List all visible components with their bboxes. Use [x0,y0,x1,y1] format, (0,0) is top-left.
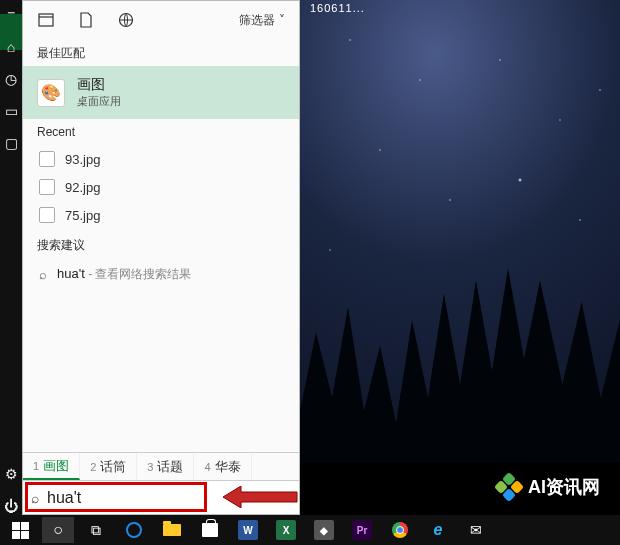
chrome-button[interactable] [384,517,416,543]
app-icon: ◆ [314,520,334,540]
search-icon: ○ [53,521,63,539]
recent-file-name: 92.jpg [65,180,100,195]
document-icon[interactable]: ▭ [2,102,20,120]
filter-label: 筛选器 [239,12,275,29]
store-icon [202,523,218,537]
candidate-number: 1 [33,460,39,472]
candidate-text: 华泰 [215,458,241,476]
apps-scope-icon[interactable] [37,11,55,29]
folder-icon[interactable]: ▢ [2,134,20,152]
taskbar-search-button[interactable]: ○ [42,517,74,543]
recent-file-item[interactable]: 93.jpg [23,145,299,173]
file-explorer-button[interactable] [156,517,188,543]
search-icon: ⌕ [39,267,47,282]
candidate-text: 话题 [157,458,183,476]
folder-icon [163,524,181,536]
wallpaper-timestamp: 160611... [310,2,365,14]
web-scope-icon[interactable] [117,11,135,29]
watermark-logo: AI资讯网 [496,474,600,500]
candidate-text: 话筒 [100,458,126,476]
recent-file-name: 75.jpg [65,208,100,223]
candidate-text: 画图 [43,457,69,475]
recent-file-item[interactable]: 92.jpg [23,173,299,201]
filter-dropdown[interactable]: 筛选器 ˅ [239,12,285,29]
excel-button[interactable]: X [270,517,302,543]
best-match-subtitle: 桌面应用 [77,94,121,109]
flower-icon [496,474,522,500]
edge-button[interactable] [118,517,150,543]
start-left-rail: ≡ ⌂ ◷ ▭ ▢ ⚙ ⏻ [0,0,22,515]
ime-candidate[interactable]: 2 话筒 [80,453,137,480]
search-icon: ⌕ [31,490,39,506]
candidate-number: 4 [204,461,210,473]
recent-file-item[interactable]: 75.jpg [23,201,299,229]
candidate-number: 2 [90,461,96,473]
documents-scope-icon[interactable] [77,11,95,29]
candidate-number: 3 [147,461,153,473]
image-file-icon [39,179,55,195]
paint-app-icon: 🎨 [37,79,65,107]
ime-candidate[interactable]: 3 话题 [137,453,194,480]
taskbar: ○ ⧉ W X ◆ Pr e ✉ [0,515,620,545]
taskview-icon: ⧉ [91,522,101,539]
clock-icon[interactable]: ◷ [2,70,20,88]
excel-icon: X [276,520,296,540]
chrome-icon [392,522,408,538]
start-button[interactable] [4,517,36,543]
suggest-list: ⌕ hua't - 查看网络搜索结果 [23,258,299,291]
ie-button[interactable]: e [422,517,454,543]
settings-icon[interactable]: ⚙ [2,465,20,483]
best-match-label: 最佳匹配 [23,39,299,66]
ime-candidate[interactable]: 4 华泰 [194,453,251,480]
recent-file-name: 93.jpg [65,152,100,167]
chevron-down-icon: ˅ [279,13,285,27]
ie-icon: e [434,521,443,539]
mail-button[interactable]: ✉ [460,517,492,543]
suggestion-hint: - 查看网络搜索结果 [85,267,192,281]
word-icon: W [238,520,258,540]
ime-candidate[interactable]: 1 画图 [23,453,80,480]
image-file-icon [39,207,55,223]
recent-list: 93.jpg 92.jpg 75.jpg [23,143,299,231]
panel-header: 筛选器 ˅ [23,1,299,39]
recent-label: Recent [23,119,299,143]
search-box[interactable]: ⌕ [23,480,299,514]
premiere-icon: Pr [352,520,372,540]
premiere-button[interactable]: Pr [346,517,378,543]
word-button[interactable]: W [232,517,264,543]
search-results-panel: 筛选器 ˅ 最佳匹配 🎨 画图 桌面应用 Recent 93.jpg 92.jp… [22,0,300,515]
home-icon[interactable]: ⌂ [2,38,20,56]
task-view-button[interactable]: ⧉ [80,517,112,543]
edge-icon [126,522,142,538]
svg-rect-0 [39,14,53,26]
image-file-icon [39,151,55,167]
store-button[interactable] [194,517,226,543]
annotation-arrow-icon [221,486,299,508]
windows-logo-icon [12,522,29,539]
best-match-title: 画图 [77,76,121,94]
app-button[interactable]: ◆ [308,517,340,543]
watermark-text: AI资讯网 [528,475,600,499]
suggest-label: 搜索建议 [23,231,299,258]
suggestion-term: hua't [57,266,85,281]
best-match-item[interactable]: 🎨 画图 桌面应用 [23,66,299,119]
mail-icon: ✉ [470,522,482,538]
web-suggestion-item[interactable]: ⌕ hua't - 查看网络搜索结果 [23,260,299,289]
power-icon[interactable]: ⏻ [2,497,20,515]
ime-candidate-bar: 1 画图 2 话筒 3 话题 4 华泰 [23,452,299,480]
